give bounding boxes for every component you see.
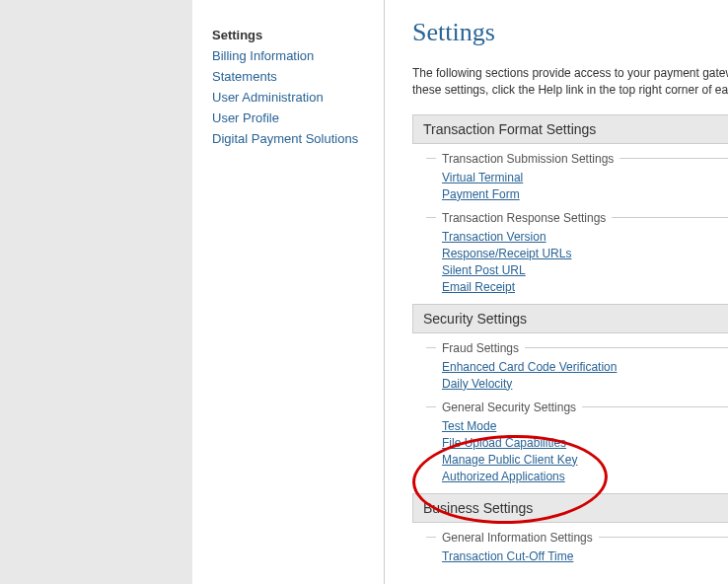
subsection-title: Fraud Settings	[426, 341, 728, 355]
subsection-general-security: General Security Settings Test Mode File…	[426, 401, 728, 483]
link-daily-velocity[interactable]: Daily Velocity	[442, 377, 512, 391]
link-transaction-cutoff-time[interactable]: Transaction Cut-Off Time	[442, 549, 573, 563]
sidebar: Settings Billing Information Statements …	[192, 0, 385, 584]
link-email-receipt[interactable]: Email Receipt	[442, 280, 515, 294]
page-title: Settings	[412, 18, 728, 47]
link-silent-post-url[interactable]: Silent Post URL	[442, 263, 526, 277]
section-header-security: Security Settings	[412, 304, 728, 333]
subsection-title: Transaction Response Settings	[426, 211, 728, 225]
intro-line-2: these settings, click the Help link in t…	[412, 83, 728, 97]
link-test-mode[interactable]: Test Mode	[442, 419, 496, 433]
subsection-fraud: Fraud Settings Enhanced Card Code Verifi…	[426, 341, 728, 391]
subsection-title: General Security Settings	[426, 401, 728, 414]
sidebar-title: Settings	[212, 28, 369, 42]
link-authorized-applications[interactable]: Authorized Applications	[442, 470, 565, 483]
subsection-transaction-submission: Transaction Submission Settings Virtual …	[426, 152, 728, 201]
link-file-upload-capabilities[interactable]: File Upload Capabilities	[442, 436, 566, 450]
link-response-receipt-urls[interactable]: Response/Receipt URLs	[442, 247, 571, 260]
link-enhanced-card-code-verification[interactable]: Enhanced Card Code Verification	[442, 360, 617, 374]
subsection-title: Transaction Submission Settings	[426, 152, 728, 166]
subsection-general-information: General Information Settings Transaction…	[426, 531, 728, 563]
subsection-title: General Information Settings	[426, 531, 728, 545]
sidebar-item-user-profile[interactable]: User Profile	[212, 110, 369, 125]
subsection-transaction-response: Transaction Response Settings Transactio…	[426, 211, 728, 294]
link-payment-form[interactable]: Payment Form	[442, 187, 520, 201]
sidebar-item-digital-payment-solutions[interactable]: Digital Payment Solutions	[212, 131, 369, 146]
sidebar-item-user-administration[interactable]: User Administration	[212, 90, 369, 105]
section-header-transaction-format: Transaction Format Settings	[412, 114, 728, 144]
intro-text: The following sections provide access to…	[412, 65, 728, 99]
sidebar-item-statements[interactable]: Statements	[212, 69, 369, 84]
section-header-business: Business Settings	[412, 493, 728, 523]
link-virtual-terminal[interactable]: Virtual Terminal	[442, 171, 523, 184]
link-transaction-version[interactable]: Transaction Version	[442, 230, 546, 244]
main-content: Settings The following sections provide …	[385, 0, 728, 584]
sidebar-item-billing-information[interactable]: Billing Information	[212, 48, 369, 63]
link-manage-public-client-key[interactable]: Manage Public Client Key	[442, 453, 577, 467]
intro-line-1: The following sections provide access to…	[412, 66, 728, 80]
